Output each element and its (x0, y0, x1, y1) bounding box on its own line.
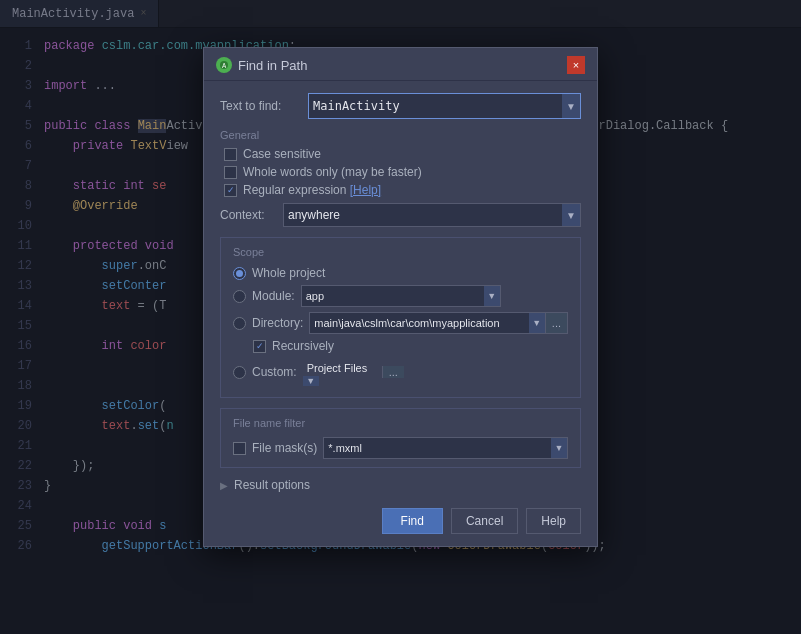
file-filter-title: File name filter (233, 417, 568, 429)
regex-help-link[interactable]: [Help] (350, 183, 381, 197)
custom-select[interactable]: Project Files (303, 362, 372, 374)
custom-radio[interactable] (233, 366, 246, 379)
whole-project-label: Whole project (252, 266, 325, 280)
recursively-checkbox[interactable] (253, 340, 266, 353)
module-radio[interactable] (233, 290, 246, 303)
whole-words-checkbox[interactable] (224, 166, 237, 179)
find-dropdown-arrow-icon[interactable]: ▼ (562, 94, 580, 118)
help-button[interactable]: Help (526, 508, 581, 534)
whole-project-row: Whole project (233, 266, 568, 280)
whole-words-label: Whole words only (may be faster) (243, 165, 422, 179)
context-select[interactable]: anywhere in comments in string literals … (284, 208, 562, 222)
file-filter-section: File name filter File mask(s) ▼ (220, 408, 581, 468)
context-label: Context: (220, 208, 275, 222)
text-to-find-label: Text to find: (220, 99, 300, 113)
directory-input-wrap: ▼ ... (309, 312, 568, 334)
result-options-row[interactable]: ▶ Result options (220, 478, 581, 492)
case-sensitive-row: Case sensitive (224, 147, 581, 161)
recursively-label: Recursively (272, 339, 334, 353)
context-select-wrap: anywhere in comments in string literals … (283, 203, 581, 227)
result-options-label: Result options (234, 478, 310, 492)
custom-label: Custom: (252, 365, 297, 379)
directory-input[interactable] (310, 317, 528, 329)
regex-label: Regular expression [Help] (243, 183, 381, 197)
whole-project-radio[interactable] (233, 267, 246, 280)
find-input-wrap: ▼ (308, 93, 581, 119)
dialog-body: Text to find: ▼ General Case sensitive W… (204, 81, 597, 546)
find-in-path-dialog: A Find in Path × Text to find: ▼ General… (203, 47, 598, 547)
context-row: Context: anywhere in comments in string … (220, 203, 581, 227)
file-mask-dropdown-icon[interactable]: ▼ (551, 438, 567, 458)
directory-radio[interactable] (233, 317, 246, 330)
modal-overlay: A Find in Path × Text to find: ▼ General… (0, 0, 801, 634)
text-to-find-input[interactable] (309, 99, 562, 113)
regex-row: Regular expression [Help] (224, 183, 581, 197)
dialog-title-left: A Find in Path (216, 57, 307, 73)
cancel-button[interactable]: Cancel (451, 508, 518, 534)
directory-row: Directory: ▼ ... (233, 312, 568, 334)
context-dropdown-icon: ▼ (562, 204, 580, 226)
module-select-wrap: app ▼ (301, 285, 501, 307)
case-sensitive-label: Case sensitive (243, 147, 321, 161)
custom-scope-row: Custom: Project Files ▼ ... (233, 358, 568, 386)
scope-section: Scope Whole project Module: app ▼ (220, 237, 581, 398)
dialog-title-text: Find in Path (238, 58, 307, 73)
general-section-label: General (220, 129, 581, 141)
custom-browse-button[interactable]: ... (382, 366, 404, 378)
case-sensitive-checkbox[interactable] (224, 148, 237, 161)
custom-dropdown-icon: ▼ (303, 376, 319, 386)
file-mask-checkbox[interactable] (233, 442, 246, 455)
module-dropdown-icon: ▼ (484, 286, 500, 306)
directory-dropdown-icon[interactable]: ▼ (529, 313, 545, 333)
directory-label: Directory: (252, 316, 303, 330)
find-row: Text to find: ▼ (220, 93, 581, 119)
regex-checkbox[interactable] (224, 184, 237, 197)
module-select[interactable]: app (302, 290, 484, 302)
file-mask-label: File mask(s) (252, 441, 317, 455)
module-row: Module: app ▼ (233, 285, 568, 307)
dialog-title-bar: A Find in Path × (204, 48, 597, 81)
custom-select-wrap: Project Files ▼ (303, 358, 372, 386)
module-label: Module: (252, 289, 295, 303)
result-options-triangle-icon: ▶ (220, 480, 228, 491)
find-button[interactable]: Find (382, 508, 443, 534)
file-mask-input[interactable] (324, 442, 551, 454)
scope-title: Scope (233, 246, 568, 258)
filter-row: File mask(s) ▼ (233, 437, 568, 459)
dialog-app-icon: A (216, 57, 232, 73)
whole-words-row: Whole words only (may be faster) (224, 165, 581, 179)
directory-browse-button[interactable]: ... (545, 313, 567, 333)
recursively-row: Recursively (253, 339, 568, 353)
button-row: Find Cancel Help (220, 504, 581, 534)
dialog-close-button[interactable]: × (567, 56, 585, 74)
file-mask-input-wrap: ▼ (323, 437, 568, 459)
